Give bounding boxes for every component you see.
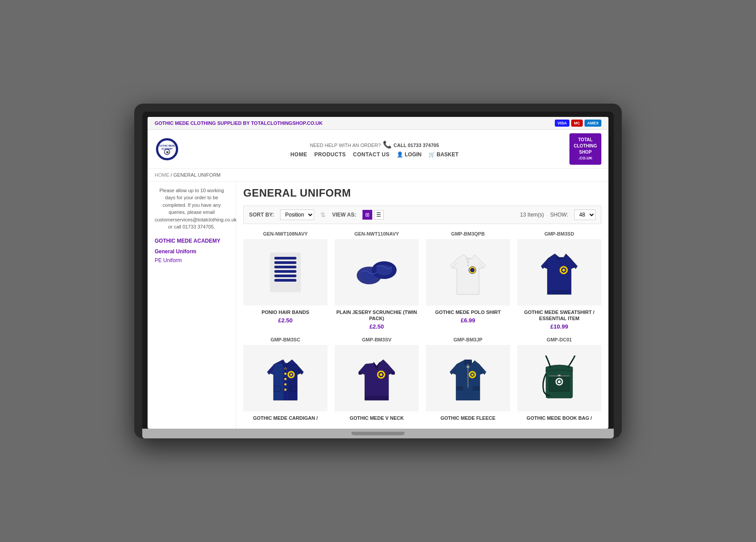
sidebar: Please allow up to 10 working days for y… [148,182,236,429]
sidebar-section-title: GOTHIC MEDE ACADEMY [155,238,229,244]
product-price-1: £2.50 [335,323,419,330]
svg-point-19 [468,262,469,263]
product-card-3[interactable]: GMP-BM3SD [517,231,601,330]
product-card-4[interactable]: GMP-BM3SC [243,337,327,423]
svg-rect-37 [359,372,362,375]
product-image-1 [335,239,419,306]
svg-rect-36 [365,396,389,400]
product-name-6: GOTHIC MEDE FLEECE [426,415,510,421]
svg-text:ACADEMY: ACADEMY [161,147,173,150]
basket-icon: 🛒 [429,151,435,158]
product-sku-4: GMP-BM3SC [243,337,327,342]
nav-basket[interactable]: 🛒 BASKET [429,151,458,158]
toolbar-right: 13 Item(s) SHOW: 48 [520,209,596,220]
sort-select[interactable]: Position [280,209,314,220]
svg-text:GM: GM [558,381,561,383]
svg-rect-11 [274,275,296,277]
nav-contact[interactable]: CONTACT US [353,151,390,158]
sort-direction-icon: ⇅ [320,211,326,218]
product-card-1[interactable]: GEN-NWT110NAVY [335,231,419,330]
svg-text:GOTHIC MEDE: GOTHIC MEDE [159,144,175,147]
product-sku-7: GMP-DC01 [517,337,601,342]
svg-point-30 [284,389,287,391]
product-image-0 [243,239,327,306]
item-count: 13 Item(s) [520,212,544,218]
nav-home[interactable]: HOME [290,151,307,158]
brand-name: TOTALCLOTHINGSHOP.CO.UK [251,120,323,126]
product-sku-6: GMP-BM3JP [426,337,510,342]
site-header: GOTHIC MEDE ACADEMY 🎓 NEED HELP WITH AN … [148,130,608,169]
product-image-7: GM [517,345,601,411]
svg-point-27 [284,373,287,375]
view-label: VIEW AS: [332,212,356,218]
total-clothing-logo: TOTAL CLOTHING SHOP .CO.UK [569,133,601,165]
svg-point-16 [376,265,392,275]
svg-rect-55 [456,386,463,391]
product-name-3: GOTHIC MEDE SWEATSHIRT / ESSENTIAL ITEM [517,309,601,322]
phone-icon: 📞 [383,141,394,148]
products-grid: GEN-NWT108NAVY [243,231,601,423]
svg-rect-56 [473,386,480,391]
svg-point-54 [472,374,474,376]
nav-login[interactable]: 👤 LOGIN [397,151,421,158]
sidebar-notice: Please allow up to 10 working days for y… [155,187,229,231]
breadcrumb-current: GENERAL UNIFORM [173,172,221,178]
product-card-2[interactable]: GMP-BM3QPB [426,231,510,330]
product-name-0: PONIO HAIR BANDS [243,309,327,315]
top-bar-text: GOTHIC MEDE CLOTHING SUPPLIED BY TOTALCL… [155,120,323,126]
svg-rect-64 [558,375,561,376]
supplied-by-text: GOTHIC MEDE CLOTHING SUPPLIED BY [155,120,250,126]
grid-view-button[interactable]: ⊞ [362,210,372,220]
breadcrumb-home[interactable]: HOME [155,172,169,178]
header-nav-area: NEED HELP WITH AN ORDER? 📞 CALL 01733 37… [179,140,569,158]
svg-rect-38 [391,372,395,375]
sidebar-item-pe-uniform[interactable]: PE Uniform [155,257,229,263]
main-layout: Please allow up to 10 working days for y… [148,182,608,429]
nav-links: HOME PRODUCTS CONTACT US 👤 LOGIN 🛒 BASKE… [179,151,569,158]
product-price-2: £6.99 [426,317,510,324]
nav-products[interactable]: PRODUCTS [314,151,346,158]
sort-label: SORT BY: [249,212,274,218]
svg-rect-8 [274,261,296,264]
product-card-0[interactable]: GEN-NWT108NAVY [243,231,327,330]
svg-rect-12 [274,279,296,282]
svg-rect-7 [274,257,296,259]
svg-point-41 [380,373,382,376]
product-price-3: £10.99 [517,323,601,330]
svg-rect-10 [274,270,296,273]
show-select[interactable]: 48 [574,209,596,220]
svg-point-28 [284,378,287,380]
show-label: SHOW: [550,212,568,218]
product-image-2 [426,239,510,306]
product-card-5[interactable]: GMP-BM3SV [335,337,419,423]
svg-point-18 [470,268,475,272]
breadcrumb-separator: / [171,172,172,178]
toolbar-left: SORT BY: Position ⇅ VIEW AS: ⊞ ☰ [249,209,384,220]
svg-point-20 [468,264,469,266]
visa-icon: VISA [555,120,569,127]
user-icon: 👤 [397,151,403,158]
product-image-3 [517,239,601,306]
product-image-6 [426,345,510,411]
call-text: CALL 01733 374705 [394,143,439,148]
header-logo-area: GOTHIC MEDE ACADEMY 🎓 [155,137,179,162]
help-text: NEED HELP WITH AN ORDER? [310,143,381,148]
svg-point-33 [290,374,292,376]
sidebar-item-general-uniform[interactable]: General Uniform [155,248,229,255]
product-name-7: GOTHIC MEDE BOOK BAG / [517,415,601,421]
mastercard-icon: MC [571,120,583,127]
product-area: GENERAL UNIFORM SORT BY: Position ⇅ VIEW… [236,182,608,429]
svg-point-24 [562,269,565,271]
product-price-0: £2.50 [243,317,327,324]
product-sku-3: GMP-BM3SD [517,231,601,236]
product-name-1: PLAIN JESERY SCRUNCHIE (TWIN PACK) [335,309,419,322]
laptop-hinge [351,432,405,435]
product-sku-1: GEN-NWT110NAVY [335,231,419,236]
list-view-button[interactable]: ☰ [374,210,384,220]
product-name-4: GOTHIC MEDE CARDIGAN / [243,415,327,421]
svg-point-29 [284,383,287,386]
school-logo-icon: GOTHIC MEDE ACADEMY 🎓 [155,137,179,162]
product-name-2: GOTHIC MEDE POLO SHIRT [426,309,510,315]
product-card-7[interactable]: GMP-DC01 [517,337,601,423]
product-card-6[interactable]: GMP-BM3JP [426,337,510,423]
